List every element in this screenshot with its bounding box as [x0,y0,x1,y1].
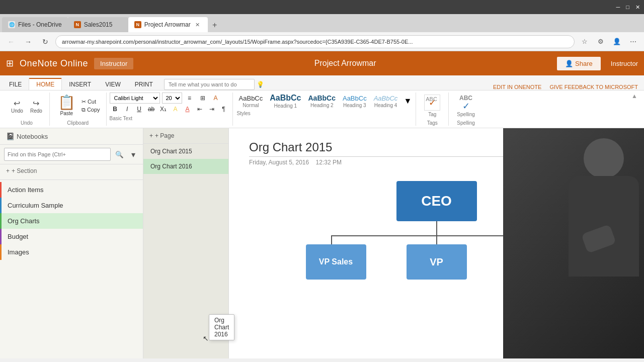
style-h2-text: AaBbCc [308,94,336,102]
page-item-org-2016[interactable]: Org Chart 2016 [143,159,228,174]
search-bar: 🔍 ▾ [0,145,143,164]
tags-group-label: Tags [427,120,438,126]
vert-left [331,236,332,244]
subscript-btn[interactable]: X₁ [158,104,169,115]
settings-icon[interactable]: ⚙ [594,35,608,49]
tab-label-files: Files - OneDrive [18,21,62,28]
tab-project-arrowmar[interactable]: N Project Arrowmar ✕ [128,17,208,32]
styles-expand-icon[interactable]: ▼ [404,97,412,106]
tab-file[interactable]: FILE [2,79,29,90]
notebooks-label: Notebooks [17,133,48,140]
italic-btn[interactable]: I [122,104,133,115]
forward-btn[interactable]: → [21,35,35,49]
ribbon-collapse-btn[interactable]: ▲ [629,90,640,102]
tab-icon-files: 🌐 [8,21,15,28]
highlight-btn[interactable]: A [210,93,221,104]
tell-input[interactable] [164,79,255,90]
title-bar: ─ □ ✕ [0,0,644,14]
address-input[interactable] [55,35,575,48]
more-icon[interactable]: ⋯ [626,35,640,49]
minimize-btn[interactable]: ─ [616,4,620,11]
maximize-btn[interactable]: □ [626,4,629,11]
refresh-btn[interactable]: ↻ [38,35,52,49]
redo-icon: ↪ [33,99,39,108]
highlight-color-btn[interactable]: A [170,104,181,115]
search-input[interactable] [4,148,111,161]
font-select[interactable]: Calibri Light [110,93,160,104]
undo-group: ↩ Undo ↪ Redo Undo [4,93,50,126]
undo-btn[interactable]: ↩ Undo [8,98,26,115]
section-item-budget[interactable]: Budget [0,229,143,244]
style-h4-text: AaBbCc [374,95,398,102]
share-icon: 👤 [565,60,573,67]
clipboard-group-label: Clipboard [67,120,89,126]
add-section-btn[interactable]: + + Section [0,164,143,177]
page-item-org-2015[interactable]: Org Chart 2015 [143,144,228,159]
app-name[interactable]: OneNote Online [20,58,88,69]
redo-btn[interactable]: ↪ Redo [27,98,45,115]
grid-icon[interactable]: ⊞ [6,58,14,69]
style-h3-label: Heading 3 [343,103,366,108]
paste-btn[interactable]: 📋 Paste [54,94,79,118]
back-btn[interactable]: ← [4,35,18,49]
section-divider [0,179,143,180]
bookmark-icon[interactable]: ☆ [578,35,592,49]
indent-increase-btn[interactable]: ⇥ [206,104,217,115]
tab-close-arrowmar[interactable]: ✕ [194,21,202,29]
notebook-icon: 📓 [6,132,15,140]
copy-icon: ⧉ [82,107,86,113]
new-tab-btn[interactable]: + [208,18,222,32]
style-normal[interactable]: AaBbCc Normal [237,94,265,109]
search-btn[interactable]: 🔍 [113,148,126,161]
give-feedback-btn[interactable]: GIVE FEEDBACK TO MICROSOFT [545,84,642,90]
cut-btn[interactable]: ✂ Cut [79,98,102,106]
tab-home[interactable]: HOME [29,78,62,90]
style-h2[interactable]: AaBbCc Heading 2 [306,93,338,109]
tab-icon-sales: N [74,21,81,28]
indent-decrease-btn[interactable]: ⇤ [194,104,205,115]
list-btn[interactable]: ≡ [184,93,195,104]
spelling-group: ABC ✓ Spelling Spelling [449,93,483,126]
tab-print[interactable]: PRINT [128,79,160,90]
tag-label: Tag [428,112,436,117]
search-expand-btn[interactable]: ▾ [128,149,139,160]
paste-icon: 📋 [58,96,75,110]
copy-btn[interactable]: ⧉ Copy [79,106,102,114]
section-item-curriculum[interactable]: Curriculum Sample [0,198,143,213]
edit-in-onenote-btn[interactable]: EDIT IN ONENOTE [489,84,545,90]
add-page-icon: + [149,132,153,139]
font-color-btn[interactable]: A [182,104,193,115]
underline-btn[interactable]: U [134,104,145,115]
bold-btn[interactable]: B [110,104,121,115]
section-item-images[interactable]: Images [0,244,143,260]
close-btn[interactable]: ✕ [635,4,640,11]
font-size-select[interactable]: 20 [162,93,182,104]
paragraph-btn[interactable]: ¶ [218,104,229,115]
context-label: Instructor [94,58,133,69]
basic-text-row1: Calibri Light 20 ≡ ⊞ A [110,93,229,104]
section-item-org-charts[interactable]: Org Charts [0,213,143,229]
tab-label-sales: Sales2015 [84,21,113,28]
tag-btn[interactable]: ABC ✓ Tag [420,93,444,119]
tab-insert[interactable]: INSERT [62,79,98,90]
strikethrough-btn[interactable]: ab [146,104,157,115]
scissors-icon: ✂ [82,99,86,105]
style-h1[interactable]: AaBbCc Heading 1 [268,93,303,110]
ribbon-tabs: FILE HOME INSERT VIEW PRINT 💡 EDIT IN ON… [0,75,644,90]
profile-icon[interactable]: 👤 [610,35,624,49]
spelling-btn[interactable]: ABC ✓ Spelling [453,93,479,119]
tab-sales2015[interactable]: N Sales2015 [68,17,128,32]
tab-label-arrowmar: Project Arrowmar [144,21,191,28]
spelling-label: Spelling [457,112,475,117]
style-h3[interactable]: AaBbCc Heading 3 [341,94,369,109]
add-page-btn[interactable]: + + Page [143,128,228,144]
app-header: ⊞ OneNote Online Instructor Project Arro… [0,51,644,75]
basic-text-group: Calibri Light 20 ≡ ⊞ A B I U ab X₁ A A ⇤… [107,93,233,126]
section-item-action-items[interactable]: Action Items [0,182,143,198]
tab-view[interactable]: VIEW [98,79,128,90]
main-layout: 📓 Notebooks 🔍 ▾ + + Section Action Items… [0,128,644,358]
style-h4[interactable]: AaBbCc Heading 4 [372,94,400,109]
tab-files-onedrive[interactable]: 🌐 Files - OneDrive [2,17,68,32]
outline-list-btn[interactable]: ⊞ [197,93,208,104]
share-button[interactable]: 👤 Share [557,57,601,70]
